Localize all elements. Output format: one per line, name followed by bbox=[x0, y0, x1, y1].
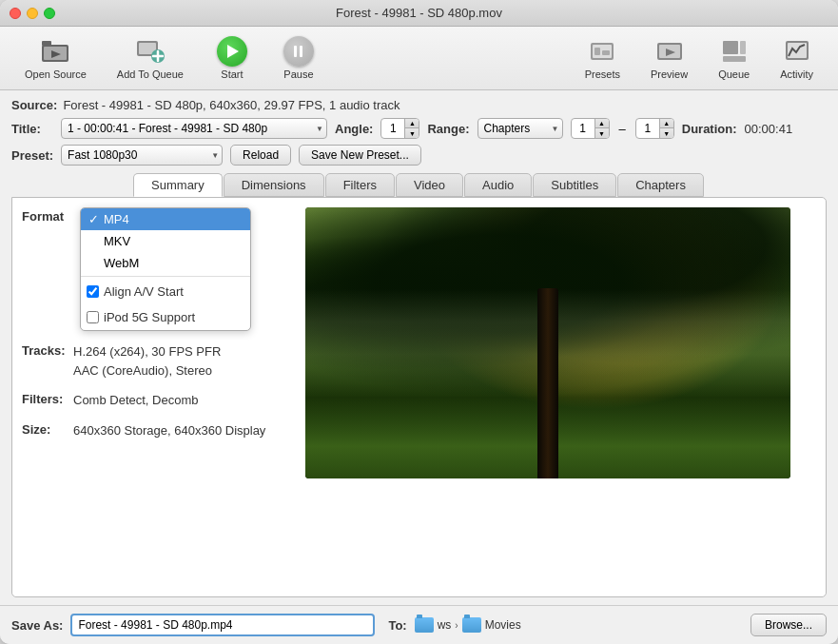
preset-label: Preset: bbox=[11, 148, 53, 163]
format-option-mp4[interactable]: MP4 bbox=[81, 208, 250, 230]
preset-select[interactable]: Fast 1080p30 bbox=[61, 145, 223, 166]
range-to-value: 1 bbox=[636, 122, 659, 135]
presets-button[interactable]: Presets bbox=[570, 32, 635, 84]
browse-button[interactable]: Browse... bbox=[750, 614, 827, 636]
open-source-button[interactable]: Open Source bbox=[10, 32, 102, 84]
range-label: Range: bbox=[427, 122, 469, 136]
range-to-down[interactable]: ▼ bbox=[660, 128, 673, 139]
open-source-label: Open Source bbox=[25, 68, 87, 80]
path-section: ws › Movies bbox=[415, 617, 743, 633]
maximize-button[interactable] bbox=[44, 8, 55, 19]
filters-label: Filters: bbox=[22, 391, 68, 406]
align-av-label[interactable]: Align A/V Start bbox=[87, 283, 244, 301]
align-av-checkbox[interactable] bbox=[87, 285, 99, 298]
minimize-button[interactable] bbox=[27, 8, 38, 19]
svg-rect-18 bbox=[723, 56, 746, 62]
title-label: Title: bbox=[11, 122, 48, 136]
title-select[interactable]: 1 - 00:00:41 - Forest - 49981 - SD 480p bbox=[61, 118, 327, 139]
tab-audio[interactable]: Audio bbox=[464, 173, 532, 197]
tracks-line2: AAC (CoreAudio), Stereo bbox=[73, 361, 221, 381]
app-window: Forest - 49981 - SD 480p.mov Open Source bbox=[0, 0, 838, 644]
range-to-stepper[interactable]: 1 ▲ ▼ bbox=[635, 118, 674, 139]
svg-rect-12 bbox=[602, 50, 610, 55]
tracks-row: Tracks: H.264 (x264), 30 FPS PFR AAC (Co… bbox=[22, 342, 269, 380]
range-from-stepper[interactable]: 1 ▲ ▼ bbox=[571, 118, 610, 139]
window-title: Forest - 49981 - SD 480p.mov bbox=[336, 6, 502, 20]
size-value: 640x360 Storage, 640x360 Display bbox=[73, 421, 265, 440]
tab-video[interactable]: Video bbox=[396, 173, 463, 197]
title-row: Title: 1 - 00:00:41 - Forest - 49981 - S… bbox=[11, 118, 827, 139]
tracks-value: H.264 (x264), 30 FPS PFR AAC (CoreAudio)… bbox=[73, 342, 221, 380]
activity-icon bbox=[782, 36, 812, 67]
queue-label: Queue bbox=[718, 68, 750, 80]
traffic-lights bbox=[10, 8, 55, 19]
presets-icon bbox=[587, 36, 617, 67]
save-as-input[interactable] bbox=[70, 614, 375, 636]
range-from-up[interactable]: ▲ bbox=[595, 118, 609, 128]
preview-button[interactable]: Preview bbox=[635, 32, 703, 84]
tab-dimensions[interactable]: Dimensions bbox=[224, 173, 324, 197]
path-chevron: › bbox=[455, 620, 458, 631]
source-row: Source: Forest - 49981 - SD 480p, 640x36… bbox=[11, 98, 827, 112]
ipod-checkbox[interactable] bbox=[87, 311, 99, 323]
preview-icon bbox=[654, 36, 685, 67]
align-av-row: Align A/V Start bbox=[81, 279, 250, 304]
bottom-bar: Save As: To: ws › Movies Browse... bbox=[0, 605, 838, 644]
preview-area bbox=[279, 207, 816, 587]
angle-label: Angle: bbox=[335, 122, 373, 136]
tree-trunk bbox=[537, 288, 558, 478]
forest-scene bbox=[305, 207, 790, 478]
start-icon bbox=[217, 36, 247, 67]
format-option-webm[interactable]: WebM bbox=[81, 252, 250, 274]
main-panel: Format MP4 MKV WebM bbox=[11, 197, 827, 597]
format-option-mkv[interactable]: MKV bbox=[81, 230, 250, 252]
ipod-row: iPod 5G Support bbox=[81, 304, 250, 330]
format-label: Format bbox=[22, 207, 74, 224]
tab-chapters[interactable]: Chapters bbox=[617, 173, 704, 197]
add-to-queue-icon bbox=[135, 36, 166, 67]
ipod-label[interactable]: iPod 5G Support bbox=[87, 308, 244, 326]
activity-label: Activity bbox=[780, 68, 813, 80]
range-from-value: 1 bbox=[572, 122, 594, 135]
range-to-buttons: ▲ ▼ bbox=[659, 118, 673, 139]
ipod-text: iPod 5G Support bbox=[104, 310, 195, 324]
range-from-down[interactable]: ▼ bbox=[595, 128, 609, 139]
pause-button[interactable]: Pause bbox=[265, 32, 332, 84]
filters-row: Filters: Comb Detect, Decomb bbox=[22, 391, 269, 410]
tabs-bar: Summary Dimensions Filters Video Audio S… bbox=[11, 173, 827, 197]
presets-label: Presets bbox=[585, 68, 620, 80]
duration-label: Duration: bbox=[682, 122, 737, 136]
path-ws: ws bbox=[438, 618, 452, 632]
content-area: Source: Forest - 49981 - SD 480p, 640x36… bbox=[0, 90, 838, 605]
angle-stepper[interactable]: 1 ▲ ▼ bbox=[380, 118, 419, 139]
activity-button[interactable]: Activity bbox=[765, 32, 828, 84]
preview-image bbox=[305, 207, 790, 478]
tracks-line1: H.264 (x264), 30 FPS PFR bbox=[73, 342, 221, 361]
angle-up-button[interactable]: ▲ bbox=[405, 118, 419, 128]
angle-value: 1 bbox=[381, 122, 404, 135]
format-dropdown: MP4 MKV WebM Align A/V Start bbox=[80, 207, 251, 331]
save-as-label: Save As: bbox=[11, 618, 63, 633]
tab-summary[interactable]: Summary bbox=[133, 173, 223, 197]
range-select[interactable]: Chapters Frames Seconds bbox=[477, 118, 563, 139]
close-button[interactable] bbox=[10, 8, 21, 19]
range-dash: – bbox=[619, 122, 626, 136]
format-row: Format MP4 MKV WebM bbox=[22, 207, 269, 331]
queue-button[interactable]: Queue bbox=[703, 32, 765, 84]
path-movies: Movies bbox=[485, 618, 521, 632]
save-preset-button[interactable]: Save New Preset... bbox=[299, 145, 421, 166]
toolbar: Open Source Add To Queue bbox=[0, 27, 838, 90]
start-button[interactable]: Start bbox=[199, 32, 265, 84]
open-source-icon bbox=[40, 36, 70, 67]
angle-stepper-buttons: ▲ ▼ bbox=[404, 118, 419, 139]
start-label: Start bbox=[221, 68, 243, 80]
tracks-label: Tracks: bbox=[22, 342, 68, 358]
add-to-queue-button[interactable]: Add To Queue bbox=[102, 32, 199, 84]
add-to-queue-label: Add To Queue bbox=[117, 68, 184, 80]
tab-subtitles[interactable]: Subtitles bbox=[533, 173, 616, 197]
angle-down-button[interactable]: ▼ bbox=[405, 128, 419, 139]
reload-button[interactable]: Reload bbox=[230, 145, 291, 166]
tab-filters[interactable]: Filters bbox=[325, 173, 395, 197]
range-to-up[interactable]: ▲ bbox=[660, 118, 673, 128]
duration-value: 00:00:41 bbox=[745, 122, 793, 136]
